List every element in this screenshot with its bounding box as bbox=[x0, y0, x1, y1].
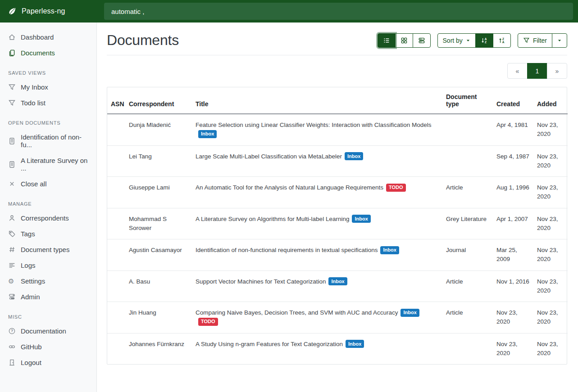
cell-added: Nov 23, 2020 bbox=[533, 114, 568, 145]
sidebar-item-document-types[interactable]: Document types bbox=[0, 242, 96, 257]
tag-badge-todo[interactable]: TODO bbox=[386, 184, 406, 192]
sidebar-item-label: Identification of non-fu... bbox=[21, 133, 88, 149]
cell-created: Nov 1, 2016 bbox=[493, 270, 533, 302]
cell-correspondent[interactable]: Jin Huang bbox=[125, 302, 192, 333]
list-view-button[interactable] bbox=[378, 33, 396, 48]
toggles-icon bbox=[8, 293, 16, 301]
sidebar-item-tags[interactable]: Tags bbox=[0, 226, 96, 241]
sidebar-item-correspondents[interactable]: Correspondents bbox=[0, 211, 96, 225]
leaf-logo-icon bbox=[8, 7, 17, 16]
column-header-document-type[interactable]: Document type bbox=[442, 87, 493, 114]
view-switcher bbox=[378, 33, 431, 48]
sort-by-button[interactable]: Sort by bbox=[437, 33, 476, 48]
sidebar-section-misc: MISC bbox=[0, 305, 96, 323]
sort-controls: Sort by A Z bbox=[437, 33, 511, 48]
sidebar-item-my-inbox[interactable]: My Inbox bbox=[0, 80, 96, 95]
cell-added: Nov 23, 2020 bbox=[533, 208, 568, 239]
tag-badge-inbox[interactable]: Inbox bbox=[352, 215, 370, 223]
tag-badge-inbox[interactable]: Inbox bbox=[198, 130, 217, 138]
file-text-icon bbox=[8, 137, 16, 145]
sidebar-item-label: A Literature Survey on ... bbox=[21, 157, 88, 172]
column-header-title[interactable]: Title bbox=[192, 87, 442, 114]
page-header: Documents bbox=[107, 32, 567, 49]
search-input[interactable] bbox=[104, 3, 573, 20]
sort-ascending-button[interactable]: A Z bbox=[475, 33, 493, 48]
document-title-link[interactable]: A Study Using n-gram Features for Text C… bbox=[196, 341, 343, 347]
table-row: Agustin CasamayorIdentification of non-f… bbox=[107, 239, 568, 271]
svg-text:?: ? bbox=[11, 329, 13, 333]
cell-correspondent[interactable]: Mohammad S Sorower bbox=[125, 208, 192, 239]
cell-created: Nov 23, 2020 bbox=[493, 302, 533, 333]
table-row: Mohammad S SorowerA Literature Survey on… bbox=[107, 208, 568, 239]
cell-added: Nov 23, 2020 bbox=[533, 239, 568, 271]
tag-badge-todo[interactable]: TODO bbox=[198, 318, 218, 326]
sidebar-item-open-doc-2[interactable]: A Literature Survey on ... bbox=[0, 153, 96, 176]
cell-correspondent[interactable]: Lei Tang bbox=[125, 145, 192, 177]
tag-badge-inbox[interactable]: Inbox bbox=[401, 309, 419, 317]
tag-badge-inbox[interactable]: Inbox bbox=[380, 246, 399, 254]
cell-title: A Literature Survey on Algorithms for Mu… bbox=[192, 208, 442, 239]
door-icon bbox=[8, 359, 16, 366]
document-title-link[interactable]: Identification of non-functional require… bbox=[196, 247, 378, 253]
sidebar-item-documentation[interactable]: ? Documentation bbox=[0, 324, 96, 338]
cell-correspondent[interactable]: A. Basu bbox=[125, 270, 192, 302]
cell-correspondent[interactable]: Johannes Fürnkranz bbox=[125, 333, 192, 364]
cell-asn bbox=[107, 333, 125, 364]
cell-asn bbox=[107, 145, 125, 177]
sidebar-item-open-doc-1[interactable]: Identification of non-fu... bbox=[0, 130, 96, 152]
sidebar-item-logs[interactable]: Logs bbox=[0, 258, 96, 273]
next-page-button[interactable]: » bbox=[547, 63, 567, 79]
chevron-down-icon bbox=[557, 38, 562, 43]
sidebar-item-label: GitHub bbox=[21, 343, 42, 351]
column-header-asn[interactable]: ASN bbox=[107, 87, 125, 114]
sidebar-item-dashboard[interactable]: Dashboard bbox=[0, 30, 96, 45]
sidebar-item-documents[interactable]: Documents bbox=[0, 45, 96, 60]
cell-document-type bbox=[442, 333, 493, 364]
text-lines-icon bbox=[8, 261, 16, 269]
sidebar-item-admin[interactable]: Admin bbox=[0, 289, 96, 304]
cell-correspondent[interactable]: Giuseppe Lami bbox=[125, 177, 192, 208]
document-title-link[interactable]: Large Scale Multi-Label Classification v… bbox=[196, 153, 342, 160]
sidebar-item-close-all[interactable]: Close all bbox=[0, 176, 96, 191]
app-brand[interactable]: Paperless-ng bbox=[0, 7, 97, 16]
detail-view-button[interactable] bbox=[413, 33, 431, 48]
pagination: « 1 » bbox=[107, 63, 567, 79]
column-header-created[interactable]: Created bbox=[493, 87, 533, 114]
tag-badge-inbox[interactable]: Inbox bbox=[346, 340, 364, 348]
document-title-link[interactable]: An Automatic Tool for the Analysis of Na… bbox=[196, 184, 383, 191]
link-icon bbox=[8, 343, 16, 351]
sort-descending-button[interactable]: Z A bbox=[493, 33, 511, 48]
cell-created: Mar 25, 2009 bbox=[493, 239, 533, 271]
cell-document-type bbox=[442, 114, 493, 145]
sort-by-label: Sort by bbox=[443, 37, 463, 44]
cell-correspondent[interactable]: Agustin Casamayor bbox=[125, 239, 192, 271]
funnel-icon bbox=[523, 37, 530, 44]
filter-button[interactable]: Filter bbox=[518, 33, 552, 48]
person-icon bbox=[8, 214, 16, 222]
filter-controls: Filter bbox=[518, 33, 567, 48]
tag-badge-inbox[interactable]: Inbox bbox=[328, 277, 347, 285]
grid-view-button[interactable] bbox=[395, 33, 413, 48]
sidebar-item-settings[interactable]: ⚙ Settings bbox=[0, 274, 96, 288]
main-content: Documents bbox=[97, 23, 578, 392]
documents-table-body: Dunja MladenićFeature Selection using Li… bbox=[107, 114, 568, 364]
document-title-link[interactable]: A Literature Survey on Algorithms for Mu… bbox=[196, 216, 349, 222]
filter-dropdown-button[interactable] bbox=[552, 33, 567, 48]
sidebar-item-logout[interactable]: Logout bbox=[0, 355, 96, 370]
table-row: Johannes FürnkranzA Study Using n-gram F… bbox=[107, 333, 568, 364]
sidebar-item-todo-list[interactable]: Todo list bbox=[0, 95, 96, 110]
cell-asn bbox=[107, 208, 125, 239]
tag-badge-inbox[interactable]: Inbox bbox=[345, 152, 363, 160]
column-header-added[interactable]: Added bbox=[533, 87, 568, 114]
cell-correspondent[interactable]: Dunja Mladenić bbox=[125, 114, 192, 145]
cell-title: A Study Using n-gram Features for Text C… bbox=[192, 333, 442, 364]
document-title-link[interactable]: Comparing Naive Bayes, Decision Trees, a… bbox=[196, 309, 398, 316]
previous-page-button[interactable]: « bbox=[507, 63, 528, 79]
column-header-correspondent[interactable]: Correspondent bbox=[125, 87, 192, 114]
current-page-button[interactable]: 1 bbox=[527, 63, 547, 79]
sort-alpha-down-icon: A Z bbox=[481, 37, 488, 44]
document-title-link[interactable]: Feature Selection using Linear Classifie… bbox=[196, 122, 432, 128]
document-title-link[interactable]: Support Vector Machines for Text Categor… bbox=[196, 278, 326, 285]
sidebar-item-github[interactable]: GitHub bbox=[0, 339, 96, 354]
app-title: Paperless-ng bbox=[22, 7, 65, 15]
